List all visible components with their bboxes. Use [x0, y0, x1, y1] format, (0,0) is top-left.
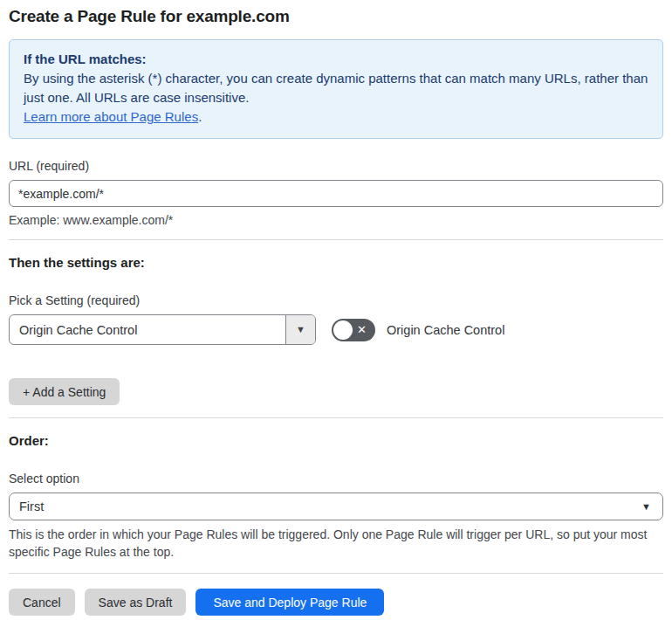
select-option-label: Select option [9, 472, 663, 486]
url-label: URL (required) [9, 159, 663, 173]
divider [9, 417, 663, 418]
setting-select-value: Origin Cache Control [10, 323, 137, 337]
setting-row: Origin Cache Control ▼ ✕ Origin Cache Co… [9, 314, 663, 345]
chevron-down-icon: ▼ [296, 325, 305, 334]
chevron-down-icon: ▼ [641, 502, 651, 512]
url-helper-text: Example: www.example.com/* [9, 213, 663, 227]
url-input[interactable] [9, 180, 663, 207]
divider [9, 239, 663, 240]
divider [9, 573, 663, 574]
cancel-button[interactable]: Cancel [9, 589, 75, 616]
save-as-draft-button[interactable]: Save as Draft [85, 589, 187, 616]
toggle-off-x-icon: ✕ [357, 324, 367, 335]
save-and-deploy-button[interactable]: Save and Deploy Page Rule [195, 589, 384, 616]
order-section-heading: Order: [9, 433, 663, 448]
url-match-info-box: If the URL matches: By using the asteris… [9, 39, 663, 139]
setting-select[interactable]: Origin Cache Control ▼ [9, 314, 316, 345]
toggle-knob [333, 320, 353, 340]
page-title: Create a Page Rule for example.com [9, 7, 663, 26]
setting-select-arrow-button[interactable]: ▼ [285, 315, 315, 344]
footer-actions: Cancel Save as Draft Save and Deploy Pag… [9, 589, 663, 616]
order-select-value: First [10, 499, 44, 513]
add-setting-button[interactable]: + Add a Setting [9, 378, 120, 405]
order-helper-text: This is the order in which your Page Rul… [9, 526, 660, 561]
info-box-link-line: Learn more about Page Rules. [24, 107, 648, 127]
create-page-rule-form: Create a Page Rule for example.com If th… [0, 0, 672, 616]
info-box-body: By using the asterisk (*) character, you… [24, 69, 648, 107]
order-select[interactable]: First ▼ [9, 493, 663, 520]
info-box-heading: If the URL matches: [24, 50, 648, 69]
pick-setting-label: Pick a Setting (required) [9, 293, 663, 307]
toggle-label: Origin Cache Control [387, 323, 504, 337]
learn-more-link[interactable]: Learn more about Page Rules [24, 109, 198, 124]
origin-cache-control-toggle[interactable]: ✕ [332, 319, 375, 341]
link-suffix: . [198, 109, 202, 124]
settings-section-heading: Then the settings are: [9, 255, 663, 270]
